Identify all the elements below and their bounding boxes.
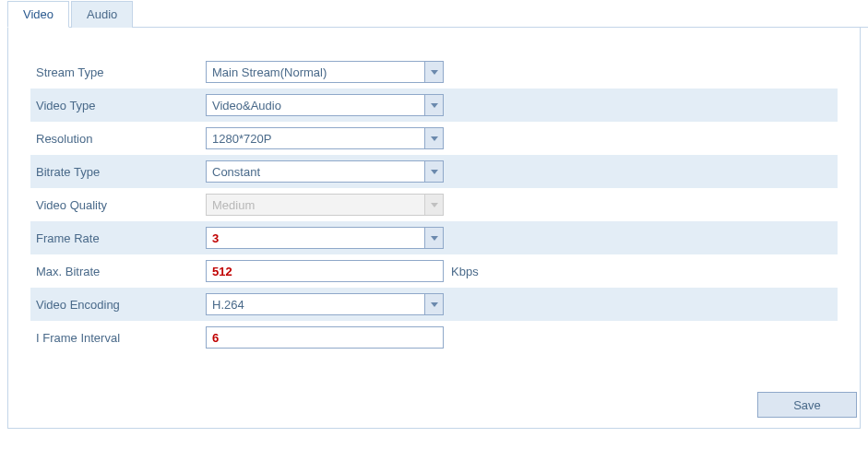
video-settings-panel: Stream Type Main Stream(Normal) Video Ty… [7,28,861,429]
tab-bar: Video Audio [7,0,868,28]
select-video-type[interactable]: Video&Audio [206,94,444,116]
label-resolution: Resolution [30,132,206,146]
label-frame-rate: Frame Rate [30,231,206,245]
row-bitrate-type: Bitrate Type Constant [30,155,838,188]
unit-kbps: Kbps [444,265,479,278]
chevron-down-icon [424,128,443,148]
chevron-down-icon [424,161,443,182]
input-max-bitrate[interactable] [206,260,444,282]
chevron-down-icon [424,195,443,215]
label-stream-type: Stream Type [30,65,206,79]
label-iframe-interval: I Frame Interval [30,331,206,345]
chevron-down-icon [424,228,443,248]
row-stream-type: Stream Type Main Stream(Normal) [30,55,838,89]
select-video-quality-value: Medium [207,198,424,212]
select-frame-rate-value: 3 [207,231,424,245]
label-video-encoding: Video Encoding [30,298,206,312]
row-video-encoding: Video Encoding H.264 [30,288,838,321]
select-frame-rate[interactable]: 3 [206,227,444,249]
row-video-quality: Video Quality Medium [30,188,838,221]
row-resolution: Resolution 1280*720P [30,122,838,155]
footer: Save [757,381,857,429]
save-button[interactable]: Save [757,392,857,418]
label-video-type: Video Type [30,99,206,112]
label-video-quality: Video Quality [30,198,206,212]
tab-video[interactable]: Video [7,1,69,28]
select-video-encoding-value: H.264 [207,298,424,312]
tab-audio[interactable]: Audio [71,1,133,28]
select-stream-type-value: Main Stream(Normal) [207,65,424,79]
label-max-bitrate: Max. Bitrate [30,265,206,278]
select-bitrate-type-value: Constant [207,165,424,179]
select-stream-type[interactable]: Main Stream(Normal) [206,61,444,83]
select-bitrate-type[interactable]: Constant [206,160,444,183]
settings-container: Video Audio Stream Type Main Stream(Norm… [0,0,868,429]
label-bitrate-type: Bitrate Type [30,165,206,179]
input-iframe-interval[interactable] [206,326,444,349]
row-iframe-interval: I Frame Interval [30,321,838,354]
select-video-type-value: Video&Audio [207,99,424,112]
select-resolution[interactable]: 1280*720P [206,127,444,149]
chevron-down-icon [424,95,443,115]
row-video-type: Video Type Video&Audio [30,89,838,122]
select-resolution-value: 1280*720P [207,132,424,146]
select-video-encoding[interactable]: H.264 [206,293,444,315]
chevron-down-icon [424,62,443,82]
row-frame-rate: Frame Rate 3 [30,221,838,254]
chevron-down-icon [424,294,443,314]
row-max-bitrate: Max. Bitrate Kbps [30,254,838,288]
select-video-quality: Medium [206,194,444,216]
